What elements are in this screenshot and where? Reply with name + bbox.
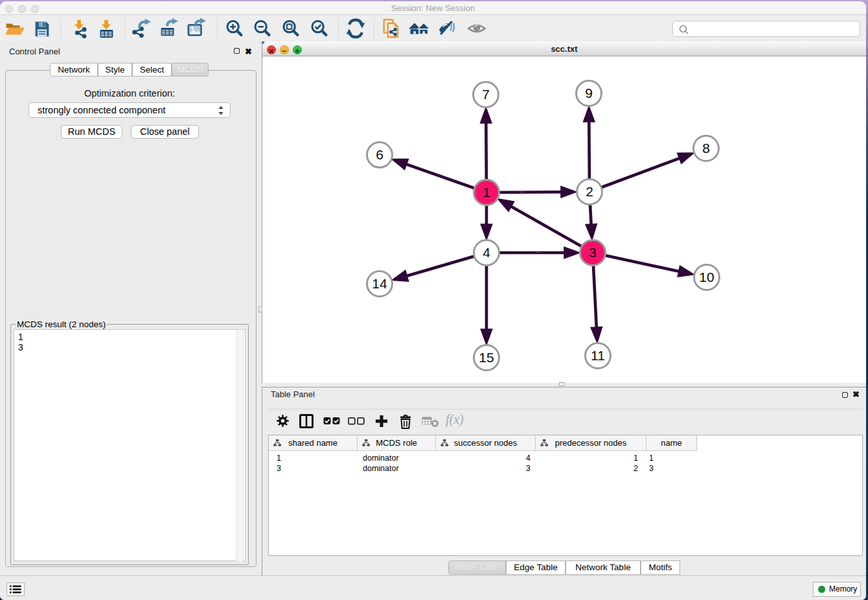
svg-text:11: 11 [591, 348, 605, 363]
svg-text:9: 9 [585, 86, 593, 100]
svg-text:7: 7 [482, 87, 490, 102]
svg-text:1: 1 [483, 185, 490, 200]
svg-text:8: 8 [702, 141, 710, 156]
svg-text:4: 4 [483, 245, 490, 260]
svg-text:3: 3 [589, 245, 597, 260]
svg-text:15: 15 [479, 350, 494, 365]
svg-text:2: 2 [586, 184, 593, 199]
svg-text:14: 14 [372, 276, 387, 291]
svg-text:6: 6 [376, 147, 383, 162]
svg-text:10: 10 [699, 270, 714, 284]
